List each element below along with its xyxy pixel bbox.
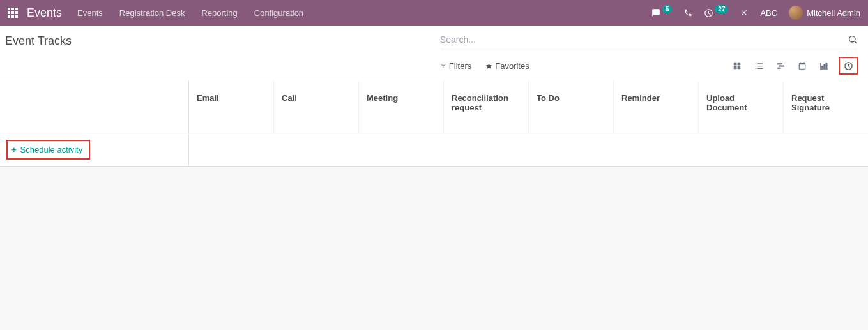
- nav-link-events[interactable]: Events: [77, 8, 103, 18]
- user-name: Mitchell Admin: [807, 8, 860, 18]
- filters-label: Filters: [449, 61, 471, 71]
- svg-rect-2: [734, 63, 737, 66]
- svg-rect-6: [777, 63, 782, 64]
- activity-view: Email Call Meeting Reconciliation reques…: [0, 80, 868, 167]
- activity-header-empty: [0, 80, 189, 133]
- control-panel: Event Tracks Filters Favorites: [0, 26, 868, 80]
- plus-icon: +: [11, 145, 17, 154]
- search-box[interactable]: [440, 32, 858, 50]
- view-kanban-icon[interactable]: [730, 59, 744, 73]
- svg-rect-7: [779, 65, 784, 66]
- col-request-signature: Request Signature: [784, 80, 868, 133]
- col-call: Call: [274, 80, 359, 133]
- svg-rect-11: [826, 63, 827, 68]
- svg-rect-9: [821, 66, 823, 68]
- col-upload-document: Upload Document: [699, 80, 784, 133]
- favorites-label: Favorites: [495, 61, 529, 71]
- phone-icon[interactable]: [683, 8, 692, 17]
- col-meeting: Meeting: [359, 80, 444, 133]
- activity-empty-row: + Schedule activity: [0, 133, 868, 167]
- favorites-button[interactable]: Favorites: [485, 61, 529, 71]
- nav-links: Events Registration Desk Reporting Confi…: [77, 8, 651, 18]
- apps-icon[interactable]: [8, 8, 18, 18]
- svg-rect-5: [738, 66, 741, 70]
- activities-icon[interactable]: 27: [704, 8, 728, 18]
- nav-link-configuration[interactable]: Configuration: [254, 8, 303, 18]
- col-reminder: Reminder: [614, 80, 699, 133]
- filters-button[interactable]: Filters: [440, 61, 471, 71]
- messages-icon[interactable]: 5: [651, 8, 673, 17]
- svg-line-1: [855, 41, 857, 43]
- svg-point-0: [849, 36, 855, 42]
- view-calendar-icon[interactable]: [795, 59, 809, 73]
- messages-badge: 5: [662, 5, 673, 13]
- col-todo: To Do: [529, 80, 614, 133]
- view-switcher: [730, 57, 858, 75]
- activity-header-row: Email Call Meeting Reconciliation reques…: [0, 80, 868, 133]
- app-brand[interactable]: Events: [27, 6, 62, 20]
- nav-link-reporting[interactable]: Reporting: [201, 8, 237, 18]
- schedule-activity-label: Schedule activity: [20, 145, 83, 154]
- activities-badge: 27: [715, 5, 728, 13]
- user-menu[interactable]: Mitchell Admin: [789, 6, 860, 20]
- company-switcher[interactable]: ABC: [760, 8, 777, 18]
- view-graph-icon[interactable]: [817, 59, 831, 73]
- svg-rect-3: [738, 63, 741, 66]
- view-list-icon[interactable]: [752, 59, 766, 73]
- nav-link-registration-desk[interactable]: Registration Desk: [119, 8, 185, 18]
- svg-rect-10: [823, 64, 825, 69]
- schedule-activity-button[interactable]: + Schedule activity: [6, 140, 90, 160]
- view-activity-icon[interactable]: [839, 57, 858, 75]
- avatar: [789, 6, 803, 20]
- search-input[interactable]: [440, 32, 848, 47]
- view-gantt-icon[interactable]: [773, 59, 788, 73]
- close-icon[interactable]: [740, 8, 749, 17]
- search-icon[interactable]: [848, 34, 858, 45]
- col-email: Email: [189, 80, 274, 133]
- nav-right: 5 27 ABC Mitchell Admin: [651, 6, 860, 20]
- page-title: Event Tracks: [5, 34, 440, 48]
- top-navbar: Events Events Registration Desk Reportin…: [0, 0, 868, 26]
- col-reconciliation: Reconciliation request: [444, 80, 529, 133]
- svg-rect-8: [777, 67, 780, 68]
- svg-rect-4: [734, 66, 737, 70]
